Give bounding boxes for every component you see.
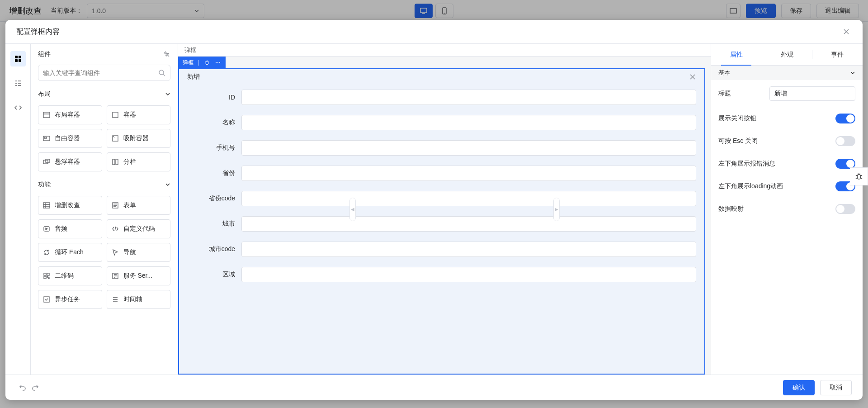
comp-label: 自定义代码 (123, 225, 155, 233)
field-input-city[interactable] (241, 216, 696, 232)
comp-layout-container[interactable]: 布局容器 (38, 105, 102, 124)
confirm-button[interactable]: 确认 (783, 380, 815, 395)
comp-nav[interactable]: 导航 (107, 243, 171, 262)
dialog-close-button[interactable] (689, 73, 696, 81)
cancel-button[interactable]: 取消 (820, 380, 852, 395)
svg-point-4 (857, 175, 861, 179)
rail-outline[interactable] (10, 76, 26, 91)
comp-service[interactable]: 服务 Ser... (107, 266, 171, 285)
switch-show-close[interactable] (835, 114, 855, 123)
field-input-province[interactable] (241, 166, 696, 181)
section-feature-header[interactable]: 功能 (38, 180, 170, 189)
section-layout-label: 布局 (38, 90, 51, 98)
prop-row-title: 标题 新增 (711, 80, 863, 107)
mobile-icon (440, 7, 448, 15)
save-button[interactable]: 保存 (781, 4, 811, 18)
collapse-right-handle[interactable]: ▶ (553, 198, 560, 221)
columns-icon (112, 158, 119, 166)
comp-crud[interactable]: 增删改查 (38, 196, 102, 215)
prop-row-show-error: 左下角展示报错消息 (711, 152, 863, 175)
prop-row-show-close: 展示关闭按钮 (711, 107, 863, 130)
sticky-icon (112, 135, 119, 142)
canvas-inner[interactable]: 弹框 | 新增 ID 名称 手机号 省份 省份co (178, 57, 711, 375)
comp-custom-code[interactable]: 自定义代码 (107, 219, 171, 238)
comp-form[interactable]: 表单 (107, 196, 171, 215)
form-row: ID (187, 85, 696, 110)
redo-button[interactable] (29, 381, 42, 394)
device-mobile-button[interactable] (435, 4, 453, 18)
switch-esc-close[interactable] (835, 136, 855, 146)
prop-row-esc-close: 可按 Esc 关闭 (711, 130, 863, 152)
group-label: 基本 (718, 69, 730, 77)
bug-icon[interactable] (204, 59, 210, 66)
more-icon[interactable] (215, 59, 221, 66)
qrcode-icon (43, 272, 50, 280)
svg-rect-26 (44, 297, 49, 302)
svg-rect-6 (19, 56, 21, 58)
form-row: 省份 (187, 161, 696, 186)
comp-float-container[interactable]: 悬浮容器 (38, 152, 102, 171)
collapse-left-handle[interactable]: ◀ (349, 198, 356, 221)
section-feature-grid: 增删改查 表单 音频 自定义代码 循环 Each 导航 二维码 服务 Ser..… (38, 196, 170, 309)
prop-label: 数据映射 (718, 205, 744, 213)
undo-button[interactable] (16, 381, 29, 394)
page-title: 增删改查 (9, 5, 42, 16)
field-input-name[interactable] (241, 115, 696, 130)
rectangle-icon (730, 8, 737, 14)
field-input-city-code[interactable] (241, 242, 696, 257)
preview-button[interactable]: 预览 (746, 4, 776, 18)
comp-qrcode[interactable]: 二维码 (38, 266, 102, 285)
switch-data-map[interactable] (835, 204, 855, 214)
modal-footer: 确认 取消 (5, 375, 863, 400)
device-desktop-button[interactable] (415, 4, 433, 18)
comp-label: 吸附容器 (123, 134, 149, 142)
rail-code[interactable] (10, 100, 26, 115)
pin-button[interactable] (162, 49, 172, 60)
screen-icon-button[interactable] (726, 4, 741, 18)
search-input[interactable] (43, 69, 158, 76)
version-select[interactable]: 1.0.0 (87, 4, 204, 18)
modal-close-button[interactable] (841, 26, 852, 37)
version-value: 1.0.0 (92, 7, 106, 14)
comp-free-container[interactable]: 自由容器 (38, 129, 102, 148)
comp-label: 自由容器 (55, 134, 80, 142)
comp-container[interactable]: 容器 (107, 105, 171, 124)
prop-title-input[interactable]: 新增 (769, 86, 855, 101)
field-input-id[interactable] (241, 90, 696, 105)
tab-attributes[interactable]: 属性 (711, 44, 762, 65)
field-input-region[interactable] (241, 267, 696, 282)
field-input-province-code[interactable] (241, 191, 696, 206)
dialog-preview[interactable]: 新增 ID 名称 手机号 省份 省份code 城市 城市code 区域 (178, 68, 705, 375)
prop-title-value: 新增 (774, 90, 787, 98)
comp-label: 布局容器 (55, 111, 80, 119)
group-basic-header[interactable]: 基本 (711, 66, 863, 80)
comp-label: 二维码 (55, 272, 74, 280)
comp-each[interactable]: 循环 Each (38, 243, 102, 262)
field-input-phone[interactable] (241, 140, 696, 156)
properties-panel: 属性 外观 事件 基本 标题 新增 展示关闭按钮 可按 Esc 关闭 (711, 44, 863, 375)
svg-point-29 (217, 62, 218, 63)
comp-timeline[interactable]: 时间轴 (107, 290, 171, 309)
prop-label: 标题 (718, 90, 731, 98)
components-panel: 组件 布局 布局容器 容器 自由容器 吸附容器 悬浮容器 分栏 (31, 44, 178, 375)
comp-audio[interactable]: 音频 (38, 219, 102, 238)
tab-events[interactable]: 事件 (812, 44, 863, 65)
chevron-down-icon (194, 8, 199, 14)
timeline-icon (112, 296, 119, 303)
comp-async-task[interactable]: 异步任务 (38, 290, 102, 309)
form-row: 城市 (187, 211, 696, 237)
tab-appearance[interactable]: 外观 (762, 44, 812, 65)
comp-columns[interactable]: 分栏 (107, 152, 171, 171)
rail-components[interactable] (10, 51, 26, 66)
component-search[interactable] (38, 65, 170, 81)
prop-label: 左下角展示loading动画 (718, 182, 783, 190)
form-row: 城市code (187, 237, 696, 262)
comp-sticky-container[interactable]: 吸附容器 (107, 129, 171, 148)
left-rail (5, 44, 31, 375)
debug-float-button[interactable] (850, 167, 868, 185)
section-layout-header[interactable]: 布局 (38, 90, 170, 98)
breadcrumb-item[interactable]: 弹框 (184, 46, 196, 54)
selection-tag[interactable]: 弹框 | (178, 57, 226, 68)
svg-point-9 (159, 70, 164, 75)
exit-edit-button[interactable]: 退出编辑 (816, 4, 859, 18)
